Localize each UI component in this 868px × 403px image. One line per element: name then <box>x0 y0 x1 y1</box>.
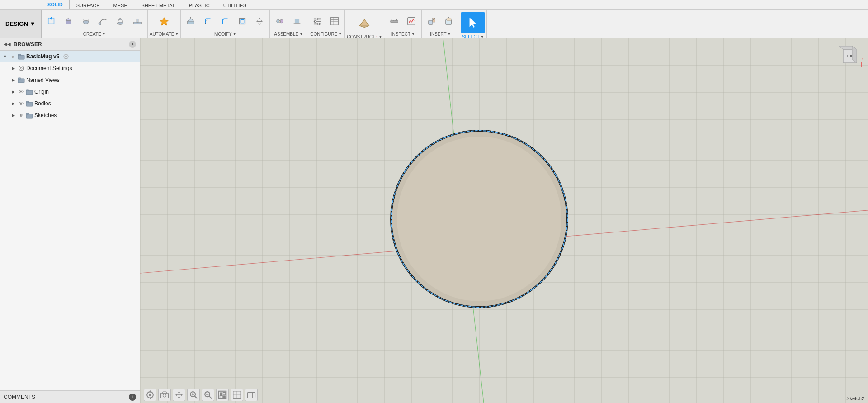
tree-root-item[interactable]: ▼ ● BasicMug v5 <box>0 51 140 62</box>
bodies-arrow[interactable]: ▶ <box>10 100 16 107</box>
browser-collapse-btn[interactable]: ◀◀ <box>4 41 11 48</box>
extrude-btn[interactable] <box>61 13 77 29</box>
browser-title: BROWSER <box>14 41 42 47</box>
new-component-btn[interactable] <box>43 13 60 29</box>
svg-rect-91 <box>220 395 223 398</box>
chamfer-btn[interactable] <box>217 13 233 29</box>
rib-btn[interactable] <box>129 13 146 29</box>
create-group: CREATE ▼ <box>42 10 148 38</box>
assemble-label[interactable]: ASSEMBLE ▼ <box>274 32 303 37</box>
status-label: Sketch2 <box>846 396 864 401</box>
tab-mesh[interactable]: MESH <box>107 1 135 9</box>
bodies-visibility[interactable]: 👁 <box>17 100 24 107</box>
root-visibility[interactable]: ● <box>9 53 16 60</box>
create-label[interactable]: CREATE ▼ <box>83 32 106 37</box>
svg-rect-30 <box>331 18 339 25</box>
sketches-arrow[interactable]: ▶ <box>10 112 16 119</box>
bodies-folder-icon <box>25 100 33 108</box>
assemble-icons <box>272 12 305 31</box>
table-btn[interactable] <box>326 13 343 29</box>
comments-bar[interactable]: COMMENTS + <box>0 390 140 403</box>
pan-btn[interactable] <box>173 389 185 401</box>
tab-surface[interactable]: SURFACE <box>70 1 107 9</box>
doc-settings-gear-icon <box>17 64 25 72</box>
press-pull-btn[interactable] <box>183 13 199 29</box>
tree-item-sketches[interactable]: ▶ 👁 Sketches <box>0 109 140 121</box>
tab-plastic[interactable]: PLASTIC <box>182 1 217 9</box>
tab-utilities[interactable]: UTILITIES <box>217 1 253 9</box>
display-mode-btn[interactable] <box>216 389 229 401</box>
measure-btn[interactable] <box>386 13 402 29</box>
automate-arrow: ▼ <box>175 32 179 36</box>
orientation-cube[interactable]: TOP Y <box>836 43 863 70</box>
zoom-out-btn[interactable] <box>202 389 214 401</box>
shell-btn[interactable] <box>234 13 250 29</box>
design-label: DESIGN <box>5 20 28 27</box>
svg-rect-46 <box>447 18 451 21</box>
svg-marker-35 <box>360 19 369 26</box>
root-settings-icon[interactable] <box>62 52 70 61</box>
main-area: ◀◀ BROWSER • ▼ ● BasicMug v5 <box>0 38 868 403</box>
tree-item-origin[interactable]: ▶ 👁 Origin <box>0 86 140 98</box>
svg-rect-17 <box>241 19 244 23</box>
construct-btn[interactable] <box>353 12 376 33</box>
tree-item-named-views[interactable]: ▶ Named Views <box>0 74 140 86</box>
svg-rect-42 <box>429 20 433 24</box>
viewport-canvas <box>140 38 868 403</box>
svg-line-86 <box>209 396 212 399</box>
design-arrow: ▼ <box>30 20 36 27</box>
parameters-btn[interactable] <box>309 13 326 29</box>
insert-derive-btn[interactable] <box>424 13 440 29</box>
toolbar-tabs: SOLID SURFACE MESH SHEET METAL PLASTIC U… <box>0 0 868 10</box>
svg-rect-90 <box>223 393 226 395</box>
svg-text:Y: Y <box>862 57 863 62</box>
viewport[interactable]: TOP Y <box>140 38 868 403</box>
insert-decal-btn[interactable] <box>441 13 457 29</box>
modify-label[interactable]: MODIFY ▼ <box>214 32 236 37</box>
origin-arrow[interactable]: ▶ <box>10 89 16 95</box>
create-icons <box>43 12 146 31</box>
sweep-btn[interactable] <box>95 13 111 29</box>
loft-btn[interactable] <box>112 13 128 29</box>
visual-style-btn[interactable] <box>245 389 258 401</box>
origin-visibility[interactable]: 👁 <box>17 88 24 95</box>
svg-point-53 <box>19 66 24 71</box>
browser-header: ◀◀ BROWSER • <box>0 38 140 51</box>
insert-label[interactable]: INSERT ▼ <box>430 32 451 37</box>
revolve-btn[interactable] <box>78 13 94 29</box>
move-btn[interactable] <box>251 13 268 29</box>
svg-rect-22 <box>295 19 299 23</box>
tree-item-bodies[interactable]: ▶ 👁 Bodies <box>0 98 140 109</box>
tree-item-doc-settings[interactable]: ▶ Document Settings <box>0 62 140 74</box>
joint-btn[interactable] <box>272 13 288 29</box>
tab-solid[interactable]: SOLID <box>41 0 70 9</box>
snap-btn[interactable] <box>144 389 156 401</box>
tab-sheet-metal[interactable]: SHEET METAL <box>134 1 182 9</box>
sketches-visibility[interactable]: 👁 <box>17 112 24 119</box>
browser-menu-btn[interactable]: • <box>129 41 136 48</box>
grid-display-btn[interactable] <box>231 389 243 401</box>
analysis-btn[interactable] <box>403 13 420 29</box>
comments-add-btn[interactable]: + <box>129 394 136 401</box>
svg-point-52 <box>65 56 67 57</box>
viewport-svg <box>140 38 868 403</box>
doc-settings-arrow[interactable]: ▶ <box>10 65 16 71</box>
svg-marker-48 <box>470 18 476 28</box>
root-collapse-arrow[interactable]: ▼ <box>2 53 8 60</box>
svg-rect-14 <box>188 21 194 24</box>
assemble-arrow: ▼ <box>299 32 303 36</box>
svg-point-54 <box>20 67 22 69</box>
design-button[interactable]: DESIGN ▼ <box>0 10 42 38</box>
zoom-fit-btn[interactable] <box>187 389 200 401</box>
named-views-arrow[interactable]: ▶ <box>10 77 16 83</box>
configure-label[interactable]: CONFIGURE ▼ <box>310 32 342 37</box>
inspect-label[interactable]: INSPECT ▼ <box>391 32 415 37</box>
camera-btn[interactable] <box>158 389 171 401</box>
assemble-group: ASSEMBLE ▼ <box>270 10 307 38</box>
automate-label[interactable]: AUTOMATE ▼ <box>150 32 179 37</box>
select-btn[interactable] <box>461 12 485 33</box>
automate-btn[interactable] <box>156 13 172 29</box>
fillet-btn[interactable] <box>200 13 216 29</box>
svg-text:TOP: TOP <box>847 54 854 57</box>
ground-btn[interactable] <box>289 13 305 29</box>
